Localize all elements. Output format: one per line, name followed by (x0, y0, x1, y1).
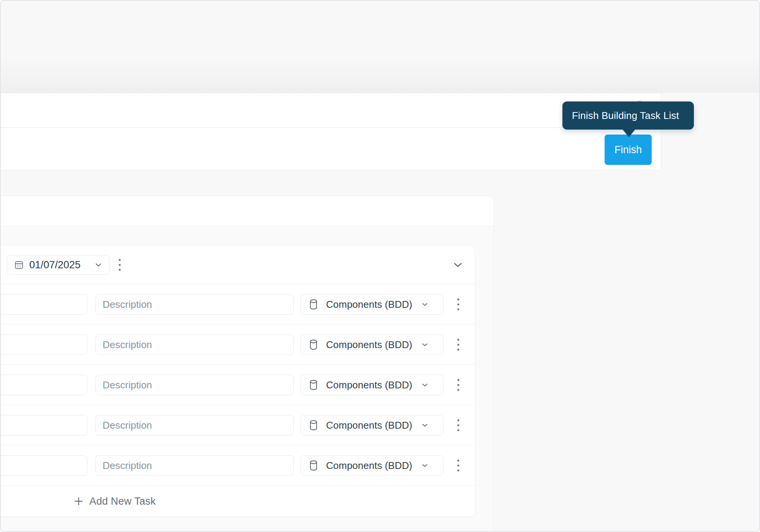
task-kebab-menu-button[interactable] (450, 416, 467, 435)
category-label: Components (BDD) (326, 460, 412, 472)
task-row: Components (BDD) (0, 325, 475, 365)
database-icon (309, 339, 318, 350)
app-screen: Finish Building Task List Finish (0, 0, 760, 532)
database-icon (309, 420, 318, 431)
tooltip-arrow-icon (622, 129, 636, 137)
task-description-input[interactable] (95, 455, 294, 476)
task-kebab-menu-button[interactable] (450, 375, 467, 394)
plus-icon (73, 496, 84, 507)
date-picker-button[interactable]: 01/07/2025 (7, 255, 109, 275)
task-list-card: 01/07/2025 (0, 245, 475, 517)
chevron-down-icon (421, 340, 429, 349)
category-label: Components (BDD) (326, 299, 412, 310)
toolbar-row (1, 128, 661, 170)
task-kebab-menu-button[interactable] (450, 295, 467, 314)
add-task-row: Add New Task (0, 486, 475, 517)
tooltip: Finish Building Task List (562, 101, 694, 130)
date-value: 01/07/2025 (29, 259, 89, 271)
task-name-input[interactable] (0, 455, 87, 476)
category-label: Components (BDD) (326, 379, 412, 391)
add-new-task-button[interactable]: Add New Task (71, 495, 158, 508)
add-new-task-label: Add New Task (89, 496, 156, 507)
database-icon (309, 299, 318, 310)
task-row: Components (BDD) (0, 405, 475, 445)
chevron-down-icon (421, 461, 429, 470)
task-description-input[interactable] (95, 375, 294, 395)
chevron-down-icon (421, 381, 429, 389)
task-description-input[interactable] (95, 415, 294, 435)
database-icon (309, 460, 318, 471)
calendar-icon (14, 260, 24, 270)
task-description-input[interactable] (95, 294, 294, 315)
category-dropdown[interactable]: Components (BDD) (301, 455, 443, 476)
chevron-down-icon (421, 421, 429, 429)
collapse-section-button[interactable] (450, 256, 466, 274)
category-dropdown[interactable]: Components (BDD) (301, 415, 443, 435)
task-kebab-menu-button[interactable] (450, 335, 467, 354)
task-name-input[interactable] (0, 415, 87, 435)
task-row: Components (BDD) (0, 365, 475, 405)
finish-button-label: Finish (614, 144, 642, 156)
task-description-input[interactable] (95, 334, 294, 355)
finish-button[interactable]: Finish (605, 135, 652, 165)
task-kebab-menu-button[interactable] (450, 456, 467, 475)
task-name-input[interactable] (0, 294, 87, 315)
date-kebab-menu-button[interactable] (111, 255, 128, 274)
chevron-down-icon (421, 300, 429, 309)
category-dropdown[interactable]: Components (BDD) (301, 375, 443, 395)
task-row: Components (BDD) (0, 284, 475, 325)
content-card-header (0, 196, 494, 226)
tooltip-label: Finish Building Task List (572, 110, 679, 122)
chevron-down-icon (94, 260, 103, 269)
top-shadow (1, 58, 759, 93)
task-row: Components (BDD) (0, 445, 475, 486)
date-row: 01/07/2025 (0, 245, 475, 284)
category-dropdown[interactable]: Components (BDD) (301, 334, 443, 355)
task-name-input[interactable] (0, 334, 87, 355)
category-dropdown[interactable]: Components (BDD) (301, 294, 443, 315)
category-label: Components (BDD) (326, 339, 412, 351)
task-name-input[interactable] (0, 375, 87, 395)
category-label: Components (BDD) (326, 420, 412, 431)
database-icon (309, 380, 318, 390)
